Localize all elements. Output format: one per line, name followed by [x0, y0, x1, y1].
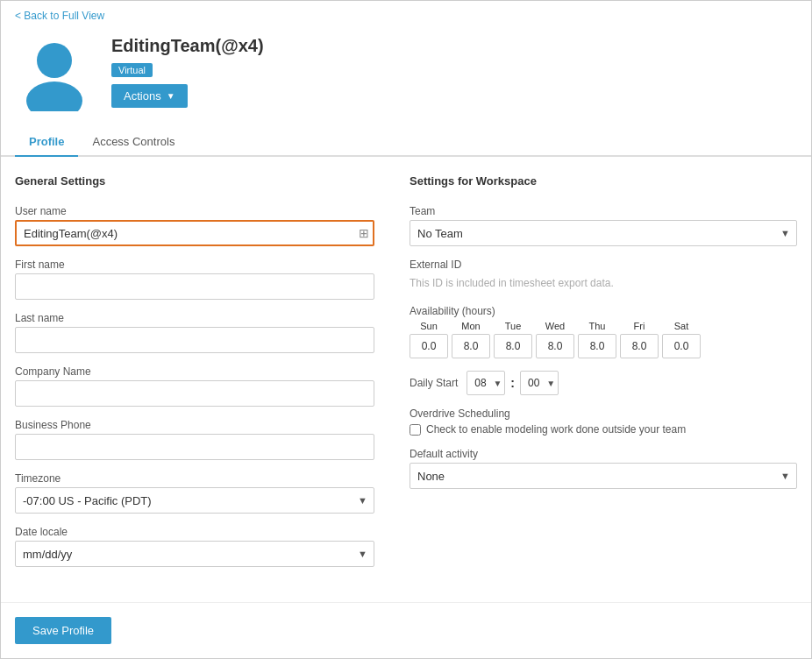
avail-input-wed[interactable] [536, 334, 574, 358]
footer-bar: Save Profile [1, 602, 811, 658]
avail-input-thu[interactable] [578, 334, 616, 358]
time-colon: : [510, 376, 515, 390]
save-profile-button[interactable]: Save Profile [15, 617, 111, 644]
daily-start-hour-wrapper: 08 07 09 10 ▼ [467, 371, 505, 395]
daily-start-label: Daily Start [410, 377, 458, 389]
overdrive-checkbox[interactable] [410, 424, 421, 436]
avail-col-sun: Sun [410, 321, 448, 358]
left-panel: General Settings User name ⊞ First name … [15, 174, 374, 585]
actions-label: Actions [124, 89, 161, 103]
avail-day-sat: Sat [674, 321, 689, 331]
date-locale-select[interactable]: mm/dd/yy dd/mm/yy yy/mm/dd [15, 541, 374, 567]
overdrive-section: Overdrive Scheduling Check to enable mod… [410, 407, 797, 436]
availability-section: Availability (hours) Sun Mon Tue [410, 305, 797, 358]
user-title: EditingTeam(@x4) [111, 36, 264, 56]
virtual-badge: Virtual [111, 63, 153, 77]
overdrive-label: Overdrive Scheduling [410, 407, 797, 420]
firstname-field-group: First name [15, 259, 374, 300]
workspace-settings-title: Settings for Workspace [410, 174, 797, 188]
company-label: Company Name [15, 365, 374, 378]
daily-start-minute-wrapper: 00 15 30 45 ▼ [520, 371, 559, 395]
phone-label: Business Phone [15, 419, 374, 431]
tabs-bar: Profile Access Controls [1, 128, 811, 157]
firstname-label: First name [15, 259, 374, 271]
default-activity-label: Default activity [410, 448, 797, 460]
avail-input-mon[interactable] [452, 334, 490, 358]
timezone-field-group: Timezone -07:00 US - Pacific (PDT) -08:0… [15, 472, 374, 514]
external-id-field-group: External ID This ID is included in times… [410, 259, 797, 293]
avail-day-sun: Sun [420, 321, 438, 331]
avail-input-fri[interactable] [620, 334, 659, 358]
avail-col-thu: Thu [578, 321, 616, 358]
avail-col-mon: Mon [452, 321, 490, 358]
username-input[interactable] [15, 220, 374, 246]
team-select-wrapper: No Team Team A Team B ▼ [410, 220, 797, 246]
company-field-group: Company Name [15, 365, 374, 407]
overdrive-check-text: Check to enable modeling work done outsi… [426, 423, 686, 436]
team-field-group: Team No Team Team A Team B ▼ [410, 205, 797, 246]
avail-day-tue: Tue [505, 321, 522, 331]
lastname-field-group: Last name [15, 312, 374, 353]
firstname-input[interactable] [15, 273, 374, 300]
date-locale-select-wrapper: mm/dd/yy dd/mm/yy yy/mm/dd ▼ [15, 541, 374, 567]
header-info: EditingTeam(@x4) Virtual Actions ▼ [111, 32, 264, 108]
username-field-group: User name ⊞ [15, 205, 374, 246]
daily-start-row: Daily Start 08 07 09 10 ▼ : 00 15 30 [410, 371, 797, 395]
default-activity-select-wrapper: None ▼ [410, 463, 797, 489]
avail-col-tue: Tue [494, 321, 532, 358]
date-locale-label: Date locale [15, 526, 374, 538]
header-section: EditingTeam(@x4) Virtual Actions ▼ [1, 25, 811, 128]
daily-start-minute-select[interactable]: 00 15 30 45 [520, 371, 559, 395]
avail-col-sat: Sat [662, 321, 701, 358]
lastname-input[interactable] [15, 327, 374, 353]
avail-input-sun[interactable] [410, 334, 448, 358]
svg-point-1 [26, 81, 82, 111]
availability-grid: Sun Mon Tue Wed [410, 321, 797, 358]
back-link[interactable]: < Back to Full View [1, 1, 811, 25]
avail-col-wed: Wed [536, 321, 574, 358]
actions-button[interactable]: Actions ▼ [111, 84, 188, 108]
right-panel: Settings for Workspace Team No Team Team… [410, 174, 797, 585]
phone-field-group: Business Phone [15, 419, 374, 460]
external-id-placeholder: This ID is included in timesheet export … [410, 273, 797, 293]
avail-day-thu: Thu [589, 321, 606, 331]
lastname-label: Last name [15, 312, 374, 324]
general-settings-title: General Settings [15, 174, 374, 188]
tab-profile[interactable]: Profile [15, 128, 78, 157]
default-activity-select[interactable]: None [410, 463, 797, 489]
availability-label: Availability (hours) [410, 305, 797, 317]
copy-icon: ⊞ [359, 226, 369, 240]
avatar [15, 32, 94, 114]
company-input[interactable] [15, 380, 374, 407]
avail-col-fri: Fri [620, 321, 659, 358]
avail-input-sat[interactable] [662, 334, 701, 358]
username-input-wrapper: ⊞ [15, 220, 374, 246]
avail-day-mon: Mon [461, 321, 480, 331]
overdrive-check-row: Check to enable modeling work done outsi… [410, 423, 797, 436]
username-label: User name [15, 205, 374, 217]
svg-point-0 [37, 43, 72, 78]
timezone-select[interactable]: -07:00 US - Pacific (PDT) -08:00 US - Pa… [15, 487, 374, 514]
avail-input-tue[interactable] [494, 334, 532, 358]
avail-day-wed: Wed [545, 321, 565, 331]
external-id-label: External ID [410, 259, 797, 271]
team-select[interactable]: No Team Team A Team B [410, 220, 797, 246]
daily-start-hour-select[interactable]: 08 07 09 10 [467, 371, 505, 395]
page-container: < Back to Full View EditingTeam(@x4) Vir… [0, 0, 812, 659]
tab-access-controls[interactable]: Access Controls [78, 128, 189, 157]
timezone-select-wrapper: -07:00 US - Pacific (PDT) -08:00 US - Pa… [15, 487, 374, 514]
actions-dropdown-arrow: ▼ [167, 91, 175, 101]
team-label: Team [410, 205, 797, 217]
avail-day-fri: Fri [634, 321, 645, 331]
content-area: General Settings User name ⊞ First name … [1, 157, 811, 602]
date-locale-field-group: Date locale mm/dd/yy dd/mm/yy yy/mm/dd ▼ [15, 526, 374, 567]
phone-input[interactable] [15, 434, 374, 460]
timezone-label: Timezone [15, 472, 374, 485]
default-activity-field-group: Default activity None ▼ [410, 448, 797, 489]
